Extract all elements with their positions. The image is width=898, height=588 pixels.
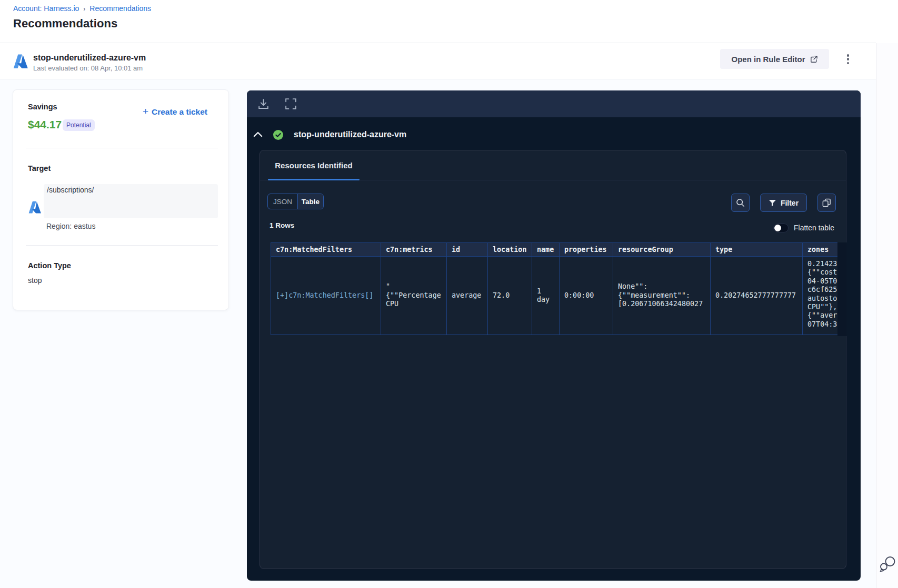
breadcrumb: Account: Harness.io›Recommendations: [13, 4, 151, 13]
col-header-resourcegroup[interactable]: resourceGroup: [613, 243, 711, 257]
summary-card: Savings +Create a ticket $44.17 Potentia…: [13, 89, 229, 310]
action-type-value: stop: [28, 276, 42, 285]
header-bottom-divider: [0, 79, 876, 79]
region-text: Region: eastus: [46, 222, 95, 230]
recommendation-name: stop-underutilized-azure-vm: [33, 53, 146, 63]
more-options-menu[interactable]: [843, 54, 853, 64]
plus-icon: +: [143, 106, 148, 117]
page-title: Recommendations: [13, 17, 117, 31]
rows-count: 1 Rows: [270, 221, 294, 229]
last-evaluated-text: Last evaluated on: 08 Apr, 10:01 am: [33, 64, 143, 72]
azure-logo-icon: [13, 52, 28, 70]
view-toggle-table[interactable]: Table: [297, 194, 323, 209]
col-header-id[interactable]: id: [447, 243, 488, 257]
filter-label: Filter: [781, 199, 799, 207]
cell-location: 72.0: [488, 257, 532, 335]
create-ticket-label: Create a ticket: [152, 107, 207, 116]
card-divider-2: [26, 245, 218, 246]
cell-matchedfilters[interactable]: [+]c7n:MatchedFilters[]: [271, 257, 381, 335]
cell-type: 0.20274652777777777: [711, 257, 803, 335]
header-divider: [0, 43, 876, 43]
flatten-table-toggle[interactable]: [773, 224, 789, 232]
breadcrumb-separator: ›: [83, 5, 85, 13]
tab-resources-identified[interactable]: Resources Identified: [268, 150, 360, 180]
cell-id: average: [447, 257, 488, 335]
panel-recommendation-title: stop-underutilized-azure-vm: [294, 130, 406, 139]
view-toggle-json[interactable]: JSON: [268, 194, 297, 209]
cell-resourcegroup: None"": {""measurement"": [0.20671066342…: [613, 257, 711, 335]
target-label: Target: [28, 164, 51, 173]
cell-properties: 0:00:00: [560, 257, 613, 335]
table-row: [+]c7n:MatchedFilters[] " {""Percentage …: [271, 257, 838, 335]
download-icon[interactable]: [257, 97, 270, 110]
action-type-label: Action Type: [28, 261, 71, 270]
copy-icon: [822, 198, 831, 207]
cell-metrics: " {""Percentage CPU: [381, 257, 447, 335]
cell-name: 1 day: [532, 257, 560, 335]
page-header: Account: Harness.io›Recommendations Reco…: [0, 0, 898, 79]
table-scroll-shadow: [837, 242, 846, 336]
target-path: /subscriptions/: [47, 186, 94, 194]
copy-button[interactable]: [817, 194, 836, 212]
savings-value: $44.17: [28, 118, 62, 131]
target-path-box: /subscriptions/: [44, 184, 218, 218]
potential-badge: Potential: [63, 119, 95, 131]
resources-panel: stop-underutilized-azure-vm Resources Id…: [247, 90, 861, 581]
resources-table: c7n:MatchedFilters c7n:metrics id locati…: [271, 242, 837, 335]
tab-bar: Resources Identified: [260, 150, 846, 180]
col-header-name[interactable]: name: [532, 243, 560, 257]
resources-table-wrapper: c7n:MatchedFilters c7n:metrics id locati…: [271, 242, 837, 336]
filter-button[interactable]: Filter: [760, 194, 807, 212]
cell-zones: 0.2142378 {""cost"" 04-05T00: c6cf62599 …: [803, 257, 838, 335]
search-icon: [736, 198, 745, 207]
resources-card: Resources Identified JSON Table Filter: [260, 150, 846, 569]
view-toggle: JSON Table: [267, 194, 324, 209]
col-header-zones[interactable]: zones: [803, 243, 838, 257]
open-rule-editor-button[interactable]: Open in Rule Editor: [720, 49, 829, 69]
col-header-matchedfilters[interactable]: c7n:MatchedFilters: [271, 243, 381, 257]
table-header-row: c7n:MatchedFilters c7n:metrics id locati…: [271, 243, 838, 257]
panel-toolbar: [247, 90, 861, 117]
active-tab-underline: [268, 179, 360, 180]
card-divider-1: [26, 148, 218, 148]
search-button[interactable]: [731, 194, 750, 212]
flatten-table-label: Flatten table: [794, 224, 834, 232]
feedback-chat-icon[interactable]: [879, 555, 896, 573]
col-header-type[interactable]: type: [711, 243, 803, 257]
col-header-location[interactable]: location: [488, 243, 532, 257]
breadcrumb-account-link[interactable]: Account: Harness.io: [13, 4, 79, 13]
azure-logo-icon-small: [28, 200, 42, 214]
col-header-properties[interactable]: properties: [560, 243, 613, 257]
filter-icon: [769, 199, 776, 207]
success-check-icon: [273, 130, 283, 140]
breadcrumb-current-link[interactable]: Recommendations: [89, 4, 151, 13]
fullscreen-icon[interactable]: [284, 97, 297, 110]
right-gutter: [876, 43, 898, 588]
col-header-metrics[interactable]: c7n:metrics: [381, 243, 447, 257]
savings-label: Savings: [28, 103, 57, 111]
create-ticket-link[interactable]: +Create a ticket: [143, 106, 207, 117]
collapse-chevron-icon[interactable]: [253, 131, 263, 137]
open-rule-editor-label: Open in Rule Editor: [731, 55, 805, 64]
external-link-icon: [810, 55, 818, 63]
